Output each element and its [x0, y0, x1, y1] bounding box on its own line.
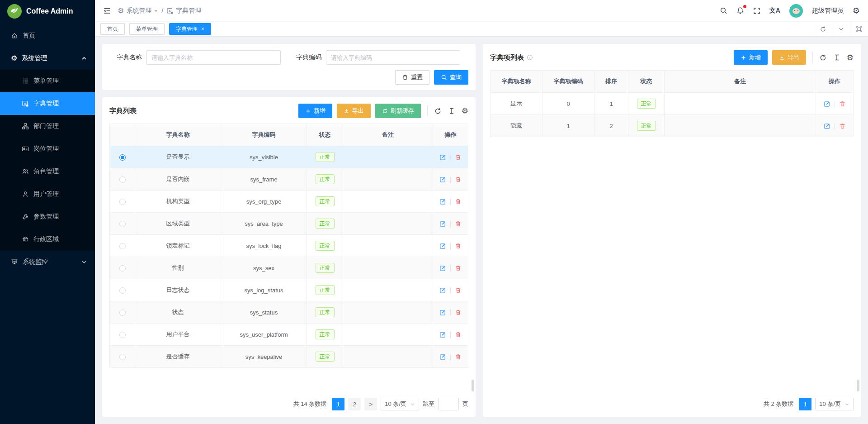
column-settings-icon[interactable]: ⚙ [847, 54, 854, 62]
edit-button[interactable] [439, 243, 446, 249]
fullscreen-icon[interactable] [753, 7, 760, 14]
row-radio[interactable] [119, 354, 126, 360]
row-radio[interactable] [119, 310, 126, 316]
row-radio[interactable] [119, 265, 126, 272]
sidebar-item-menu-management[interactable]: 菜单管理 [0, 70, 95, 92]
table-row[interactable]: 是否显示 sys_visible 正常 [110, 146, 468, 168]
delete-button[interactable] [455, 331, 462, 338]
delete-button[interactable] [455, 220, 462, 227]
row-radio[interactable] [119, 332, 126, 338]
edit-button[interactable] [824, 123, 830, 129]
delete-button[interactable] [455, 198, 462, 205]
dict-code-input[interactable] [326, 50, 460, 65]
row-height-icon[interactable] [833, 54, 840, 61]
refresh-table-icon[interactable] [819, 54, 827, 62]
search-icon[interactable] [720, 7, 727, 14]
sidebar-item-user-management[interactable]: 用户管理 [0, 183, 95, 205]
edit-button[interactable] [439, 353, 446, 360]
user-name[interactable]: 超级管理员 [812, 7, 844, 15]
edit-button[interactable] [439, 309, 446, 316]
scrollbar-thumb[interactable] [857, 380, 859, 391]
table-row[interactable]: 日志状态 sys_log_status 正常 [110, 279, 468, 301]
settings-gear-icon[interactable]: ⚙ [853, 7, 860, 15]
next-page-button[interactable]: > [364, 398, 377, 410]
edit-button[interactable] [439, 176, 446, 183]
table-row[interactable]: 是否缓存 sys_keepalive 正常 [110, 346, 468, 368]
scrollbar-thumb[interactable] [472, 380, 474, 391]
sidebar-item-system-monitor[interactable]: 系统监控 [0, 251, 95, 273]
add-dict-button[interactable]: 新增 [298, 104, 332, 118]
delete-button[interactable] [839, 100, 846, 107]
table-row[interactable]: 是否内嵌 sys_frame 正常 [110, 168, 468, 191]
column-settings-icon[interactable]: ⚙ [462, 107, 468, 115]
page-2-button[interactable]: 2 [348, 398, 361, 410]
edit-button[interactable] [439, 220, 446, 227]
row-radio[interactable] [119, 221, 126, 227]
edit-button[interactable] [439, 154, 446, 161]
delete-button[interactable] [455, 353, 462, 360]
sidebar-item-role-management[interactable]: 角色管理 [0, 160, 95, 183]
content-area: 字典名称 字典编码 重置 查询 [95, 37, 868, 424]
edit-button[interactable] [439, 265, 446, 272]
row-radio[interactable] [119, 154, 126, 161]
breadcrumb-parent[interactable]: ⚙ 系统管理 [118, 7, 158, 15]
gear-icon: ⚙ [11, 55, 17, 62]
refresh-cache-button[interactable]: 刷新缓存 [375, 104, 421, 118]
edit-button[interactable] [439, 331, 446, 338]
sidebar-item-post-management[interactable]: 岗位管理 [0, 138, 95, 160]
edit-button[interactable] [439, 287, 446, 294]
delete-button[interactable] [455, 309, 462, 316]
close-tab-icon[interactable]: × [201, 26, 204, 32]
tab-home[interactable]: 首页 [100, 23, 125, 35]
table-row[interactable]: 区域类型 sys_area_type 正常 [110, 213, 468, 235]
reset-button[interactable]: 重置 [395, 70, 429, 85]
table-row[interactable]: 状态 sys_status 正常 [110, 301, 468, 324]
page-1-button[interactable]: 1 [332, 398, 344, 410]
maximize-content-icon[interactable] [850, 22, 868, 36]
page-size-select[interactable]: 10 条/页 [815, 398, 854, 410]
row-radio[interactable] [119, 176, 126, 183]
row-radio[interactable] [119, 287, 126, 294]
table-row[interactable]: 隐藏 1 2 正常 [491, 115, 854, 137]
row-radio[interactable] [119, 199, 126, 205]
query-button[interactable]: 查询 [434, 70, 468, 85]
refresh-tab-icon[interactable] [814, 22, 832, 36]
export-dict-button[interactable]: 导出 [337, 104, 371, 118]
avatar[interactable] [789, 4, 803, 18]
sidebar-item-dept-management[interactable]: 部门管理 [0, 115, 95, 138]
tab-menu-management[interactable]: 菜单管理 [129, 23, 165, 35]
edit-button[interactable] [439, 198, 446, 205]
sidebar-item-dict-management[interactable]: A 字典管理 [0, 92, 95, 115]
export-dict-item-button[interactable]: 导出 [772, 50, 806, 65]
table-row[interactable]: 锁定标记 sys_lock_flag 正常 [110, 235, 468, 257]
page-size-select[interactable]: 10 条/页 [381, 398, 419, 410]
delete-button[interactable] [455, 265, 462, 272]
row-radio[interactable] [119, 243, 126, 249]
refresh-table-icon[interactable] [434, 107, 442, 115]
sidebar-item-admin-area[interactable]: 行政区域 [0, 228, 95, 251]
delete-button[interactable] [455, 243, 462, 249]
table-row[interactable]: 用户平台 sys_user_platform 正常 [110, 324, 468, 346]
sidebar-item-system-management[interactable]: ⚙ 系统管理 [0, 47, 95, 70]
row-height-icon[interactable] [448, 107, 455, 114]
sidebar-item-home[interactable]: 首页 [0, 24, 95, 47]
page-1-button[interactable]: 1 [799, 398, 811, 410]
sidebar-collapse-button[interactable] [103, 7, 111, 15]
add-dict-item-button[interactable]: 新增 [734, 50, 768, 65]
delete-button[interactable] [455, 287, 462, 294]
table-row[interactable]: 性别 sys_sex 正常 [110, 257, 468, 279]
info-icon[interactable] [527, 54, 533, 61]
sidebar-item-param-management[interactable]: 参数管理 [0, 205, 95, 228]
jump-page-input[interactable] [438, 398, 459, 410]
delete-button[interactable] [455, 154, 462, 161]
table-row[interactable]: 机构类型 sys_org_type 正常 [110, 191, 468, 213]
notification-bell-icon[interactable] [736, 7, 744, 14]
delete-button[interactable] [839, 123, 846, 129]
tab-dict-management[interactable]: 字典管理 × [169, 23, 211, 35]
tab-list-dropdown-icon[interactable] [832, 22, 850, 36]
edit-button[interactable] [824, 100, 830, 107]
language-switch-icon[interactable]: 文A [769, 7, 780, 15]
dict-name-input[interactable] [146, 50, 281, 65]
delete-button[interactable] [455, 176, 462, 183]
table-row[interactable]: 显示 0 1 正常 [491, 93, 854, 115]
